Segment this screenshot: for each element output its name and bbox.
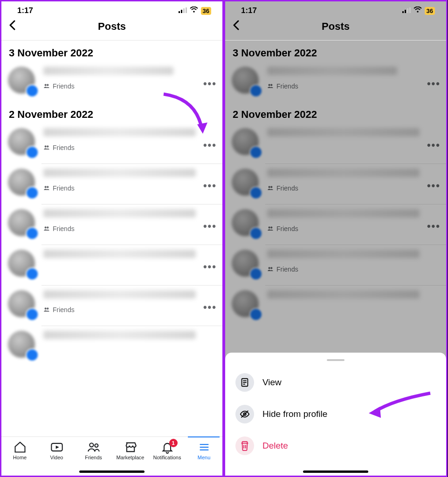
post-item[interactable]: Friends [225,245,446,285]
svg-rect-1 [181,10,182,13]
privacy-label: Friends [43,225,217,232]
tab-notifications[interactable]: 1 Notifications [152,441,182,460]
status-right: 36 [179,6,211,15]
battery-indicator: 36 [201,7,211,15]
avatar[interactable] [8,290,36,318]
more-options-button[interactable]: ••• [203,220,217,232]
eye-slash-icon [235,405,254,423]
action-sheet: View Hide from profile Delete [225,353,446,476]
status-time: 1:17 [241,6,257,15]
signal-icon [402,6,411,15]
svg-rect-13 [407,8,408,13]
home-icon [14,441,27,454]
sheet-delete[interactable]: Delete [225,430,446,462]
tab-marketplace[interactable]: Marketplace [116,441,145,460]
avatar[interactable] [8,331,36,359]
signal-icon [179,6,187,15]
friends-icon [87,441,100,454]
post-item[interactable]: Friends ••• [1,123,222,164]
tab-menu[interactable]: Menu [189,441,219,460]
menu-icon [198,441,211,454]
avatar[interactable] [8,128,36,156]
post-item[interactable]: ••• [225,123,446,164]
posts-list[interactable]: 3 November 2022 Friends ••• 2 November 2… [1,41,222,440]
more-options-button[interactable]: ••• [203,78,217,90]
more-options-button[interactable]: ••• [427,78,441,90]
video-icon [50,441,63,454]
phone-left: 1:17 36 Posts 3 November 2022 Friends [0,0,224,477]
avatar[interactable] [8,209,36,237]
post-item[interactable]: Friends ••• [1,62,222,102]
sheet-delete-label: Delete [262,441,288,451]
post-item[interactable]: Friends ••• [1,204,222,245]
post-item[interactable]: Friends ••• [225,62,446,102]
post-item[interactable] [1,326,222,366]
more-options-button[interactable]: ••• [203,180,217,192]
privacy-label: Friends [43,306,217,313]
status-right: 36 [402,6,435,15]
svg-point-4 [193,11,195,13]
trash-icon [235,436,254,455]
home-indicator[interactable] [303,470,368,473]
more-options-button[interactable]: ••• [203,301,217,313]
post-item[interactable]: Friends ••• [225,204,446,245]
privacy-label: Friends [43,144,217,151]
svg-rect-3 [186,7,187,13]
back-button[interactable] [9,19,16,34]
page-title: Posts [322,20,350,33]
tab-home[interactable]: Home [5,441,35,460]
store-icon [124,441,137,454]
sheet-view-label: View [262,377,282,388]
sheet-view[interactable]: View [225,367,446,398]
svg-point-6 [90,443,93,447]
privacy-label: Friends [43,184,217,192]
page-header: Posts [225,16,446,41]
document-icon [235,373,254,392]
status-bar: 1:17 36 [225,1,446,16]
sheet-hide-label: Hide from profile [262,409,327,419]
svg-point-15 [417,11,419,13]
post-item[interactable]: Friends ••• [225,164,446,204]
svg-rect-0 [179,11,180,13]
avatar[interactable] [8,67,36,95]
back-button[interactable] [233,19,240,34]
page-header: Posts [1,16,222,41]
tab-bar: Home Video Friends Marketplace 1 Notific… [1,436,222,476]
date-header: 2 November 2022 [1,102,222,123]
sheet-handle[interactable] [327,359,345,361]
avatar[interactable] [8,169,36,197]
more-options-button[interactable]: ••• [203,261,217,273]
svg-rect-12 [405,10,406,13]
notification-badge: 1 [169,439,178,447]
avatar[interactable] [8,250,36,278]
sheet-hide[interactable]: Hide from profile [225,398,446,430]
date-header: 2 November 2022 [225,102,446,123]
date-header: 3 November 2022 [1,41,222,62]
svg-rect-14 [409,7,411,13]
status-time: 1:17 [17,6,33,15]
date-header: 3 November 2022 [225,41,446,62]
phone-right: 1:17 36 Posts 3 November 2022 Friends ••… [224,0,448,477]
more-options-button[interactable]: ••• [427,180,441,192]
more-options-button[interactable]: ••• [427,220,441,232]
svg-rect-2 [183,8,185,13]
battery-indicator: 36 [425,7,435,15]
post-item[interactable] [225,286,446,326]
post-item[interactable]: Friends ••• [1,164,222,204]
wifi-icon [414,6,422,15]
page-title: Posts [98,20,126,33]
svg-point-7 [95,444,98,447]
more-options-button[interactable]: ••• [203,139,217,151]
status-bar: 1:17 36 [1,1,222,16]
tab-video[interactable]: Video [42,441,72,460]
tab-friends[interactable]: Friends [79,441,109,460]
wifi-icon [190,6,198,15]
home-indicator[interactable] [79,470,145,473]
more-options-button[interactable]: ••• [427,139,441,151]
post-item[interactable]: Friends ••• [1,286,222,326]
post-item[interactable]: ••• [1,245,222,285]
privacy-label: Friends [43,82,217,90]
svg-rect-11 [402,11,404,13]
